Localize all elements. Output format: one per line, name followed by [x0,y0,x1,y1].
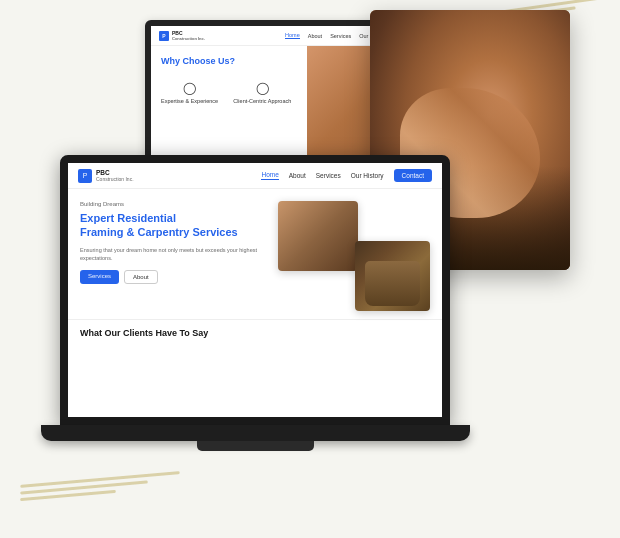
about-button[interactable]: About [124,270,158,284]
clients-section: What Our Clients Have To Say [68,319,442,346]
laptop-front-screen: P PBC Construction Inc. Home About Servi… [60,155,450,425]
laptop-front-stand [197,441,314,451]
person-icon-1: ◯ [183,81,196,95]
deco-lines-bottom [20,478,180,528]
front-logo: P PBC Construction Inc. [78,169,134,183]
front-nav-about: About [289,172,306,179]
scene: P PBC Construction Inc. Home About Servi… [0,0,620,538]
hero-desc: Ensuring that your dream home not only m… [80,246,263,263]
back-logo-text: PBC Construction Inc. [172,30,205,41]
hero-title: Expert Residential Framing & Carpentry S… [80,211,263,240]
why-choose-title: Why Choose Us? [161,56,297,66]
hero-image-construction [278,201,358,271]
site-front-nav: P PBC Construction Inc. Home About Servi… [68,163,442,189]
front-navlinks: Home About Services Our History Contact [261,169,432,182]
hero-title-rest: Framing & Carpentry Services [80,226,238,238]
features-row: ◯ Expertise & Experience ◯ Client-Centri… [161,81,297,104]
services-button[interactable]: Services [80,270,119,284]
site-front-hero: Building Dreams Expert Residential Frami… [68,189,442,319]
clients-title: What Our Clients Have To Say [80,328,430,338]
back-nav-home: Home [285,32,300,39]
front-logo-text: PBC Construction Inc. [96,169,134,183]
back-nav-about: About [308,33,322,39]
front-nav-services: Services [316,172,341,179]
hero-title-colored: Residential [117,212,176,224]
person-icon-2: ◯ [256,81,269,95]
front-contact-btn[interactable]: Contact [394,169,432,182]
back-nav-services: Services [330,33,351,39]
front-nav-home: Home [261,171,278,180]
front-logo-icon: P [78,169,92,183]
back-logo-icon: P [159,31,169,41]
feature-expertise: ◯ Expertise & Experience [161,81,218,104]
laptop-front: P PBC Construction Inc. Home About Servi… [60,155,450,465]
hero-buttons: Services About [80,270,263,284]
hero-text: Building Dreams Expert Residential Frami… [80,201,273,311]
laptop-front-base [41,425,470,441]
front-nav-history: Our History [351,172,384,179]
feature-label-2: Client-Centric Approach [233,98,291,104]
feature-client: ◯ Client-Centric Approach [233,81,291,104]
site-front-website: P PBC Construction Inc. Home About Servi… [68,163,442,417]
hero-title-plain: Expert [80,212,117,224]
hero-image-tools [355,241,430,311]
hero-images [273,201,431,311]
feature-label-1: Expertise & Experience [161,98,218,104]
back-logo: P PBC Construction Inc. [159,30,205,41]
hero-tag: Building Dreams [80,201,263,207]
